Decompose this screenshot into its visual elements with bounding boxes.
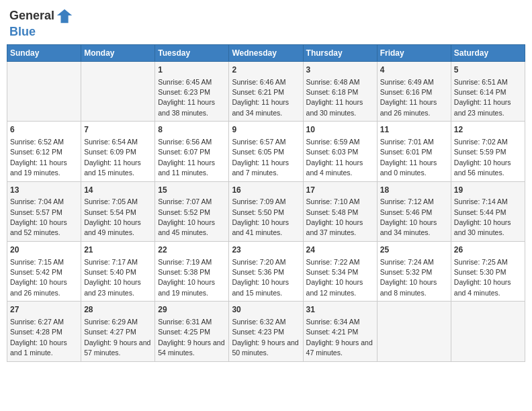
day-of-week-header: Friday	[377, 44, 451, 61]
logo-icon	[56, 7, 75, 26]
sunrise-text: Sunrise: 7:07 AM	[158, 197, 212, 205]
calendar-cell	[451, 302, 525, 361]
sunrise-text: Sunrise: 7:22 AM	[306, 258, 360, 266]
day-number: 20	[10, 244, 78, 256]
sunset-text: Sunset: 6:03 PM	[306, 148, 359, 156]
sunrise-text: Sunrise: 6:29 AM	[84, 318, 138, 326]
calendar-cell: 15Sunrise: 7:07 AMSunset: 5:52 PMDayligh…	[155, 181, 229, 241]
daylight-text: Daylight: 10 hours and 15 minutes.	[232, 278, 289, 296]
daylight-text: Daylight: 10 hours and 52 minutes.	[10, 218, 67, 236]
day-number: 24	[306, 244, 374, 256]
sunrise-text: Sunrise: 7:17 AM	[84, 258, 138, 266]
sunrise-text: Sunrise: 6:49 AM	[380, 78, 434, 86]
calendar-cell: 5Sunrise: 6:51 AMSunset: 6:14 PMDaylight…	[451, 61, 525, 121]
day-number: 29	[158, 304, 226, 316]
logo-text: General	[9, 9, 54, 23]
sunset-text: Sunset: 6:14 PM	[454, 88, 506, 96]
calendar-table: SundayMondayTuesdayWednesdayThursdayFrid…	[7, 44, 525, 362]
calendar-cell: 23Sunrise: 7:20 AMSunset: 5:36 PMDayligh…	[229, 241, 303, 301]
sunrise-text: Sunrise: 6:59 AM	[306, 138, 360, 146]
day-number: 28	[84, 304, 152, 316]
day-number: 19	[454, 185, 522, 196]
calendar-cell: 2Sunrise: 6:46 AMSunset: 6:21 PMDaylight…	[229, 61, 303, 121]
daylight-text: Daylight: 11 hours and 4 minutes.	[306, 158, 363, 177]
daylight-text: Daylight: 10 hours and 30 minutes.	[454, 218, 511, 236]
daylight-text: Daylight: 9 hours and 54 minutes.	[158, 338, 224, 357]
calendar-cell: 26Sunrise: 7:25 AMSunset: 5:30 PMDayligh…	[451, 241, 525, 301]
sunrise-text: Sunrise: 6:51 AM	[454, 78, 508, 86]
calendar-cell: 29Sunrise: 6:31 AMSunset: 4:25 PMDayligh…	[155, 302, 229, 361]
day-number: 22	[158, 244, 226, 256]
sunset-text: Sunset: 4:23 PM	[232, 328, 284, 336]
calendar-cell: 31Sunrise: 6:34 AMSunset: 4:21 PMDayligh…	[303, 302, 377, 361]
daylight-text: Daylight: 10 hours and 49 minutes.	[84, 218, 141, 236]
calendar-cell: 10Sunrise: 6:59 AMSunset: 6:03 PMDayligh…	[303, 122, 377, 181]
sunrise-text: Sunrise: 6:56 AM	[158, 138, 212, 146]
calendar-week-row: 20Sunrise: 7:15 AMSunset: 5:42 PMDayligh…	[7, 241, 525, 301]
sunset-text: Sunset: 4:21 PM	[306, 328, 359, 336]
sunrise-text: Sunrise: 6:34 AM	[306, 318, 360, 326]
sunset-text: Sunset: 5:40 PM	[84, 268, 136, 276]
calendar-cell: 27Sunrise: 6:27 AMSunset: 4:28 PMDayligh…	[7, 302, 81, 361]
sunrise-text: Sunrise: 7:15 AM	[10, 258, 64, 266]
sunset-text: Sunset: 5:38 PM	[158, 268, 210, 276]
day-number: 5	[454, 64, 522, 76]
calendar-cell: 1Sunrise: 6:45 AMSunset: 6:23 PMDaylight…	[155, 61, 229, 121]
day-number: 7	[84, 124, 152, 136]
calendar-cell: 13Sunrise: 7:04 AMSunset: 5:57 PMDayligh…	[7, 181, 81, 241]
sunrise-text: Sunrise: 7:01 AM	[380, 138, 434, 146]
calendar-week-row: 27Sunrise: 6:27 AMSunset: 4:28 PMDayligh…	[7, 302, 525, 361]
day-of-week-header: Monday	[81, 44, 155, 61]
sunrise-text: Sunrise: 6:31 AM	[158, 318, 212, 326]
calendar-cell: 9Sunrise: 6:57 AMSunset: 6:05 PMDaylight…	[229, 122, 303, 181]
day-number: 18	[380, 185, 448, 196]
day-number: 26	[454, 244, 522, 256]
daylight-text: Daylight: 10 hours and 41 minutes.	[232, 218, 289, 236]
daylight-text: Daylight: 10 hours and 12 minutes.	[306, 278, 363, 296]
day-number: 3	[306, 64, 374, 76]
logo: General Blue	[9, 7, 75, 39]
sunset-text: Sunset: 5:57 PM	[10, 208, 62, 216]
sunrise-text: Sunrise: 7:09 AM	[232, 197, 285, 205]
sunrise-text: Sunrise: 7:04 AM	[10, 197, 64, 205]
day-number: 17	[306, 185, 374, 196]
day-number: 30	[232, 304, 300, 316]
day-number: 2	[232, 64, 300, 76]
sunrise-text: Sunrise: 7:25 AM	[454, 258, 508, 266]
sunrise-text: Sunrise: 6:52 AM	[10, 138, 64, 146]
day-of-week-header: Tuesday	[155, 44, 229, 61]
calendar-cell: 8Sunrise: 6:56 AMSunset: 6:07 PMDaylight…	[155, 122, 229, 181]
day-number: 25	[380, 244, 448, 256]
day-number: 6	[10, 124, 78, 136]
page-header: General Blue	[7, 7, 525, 39]
sunset-text: Sunset: 4:25 PM	[158, 328, 210, 336]
calendar-cell	[7, 61, 81, 121]
sunset-text: Sunset: 6:23 PM	[158, 88, 210, 96]
day-number: 15	[158, 185, 226, 196]
calendar-cell: 17Sunrise: 7:10 AMSunset: 5:48 PMDayligh…	[303, 181, 377, 241]
daylight-text: Daylight: 10 hours and 8 minutes.	[380, 278, 437, 296]
sunset-text: Sunset: 5:50 PM	[232, 208, 284, 216]
calendar-cell: 21Sunrise: 7:17 AMSunset: 5:40 PMDayligh…	[81, 241, 155, 301]
calendar-cell: 6Sunrise: 6:52 AMSunset: 6:12 PMDaylight…	[7, 122, 81, 181]
sunset-text: Sunset: 4:28 PM	[10, 328, 62, 336]
daylight-text: Daylight: 10 hours and 19 minutes.	[158, 278, 215, 296]
calendar-cell: 3Sunrise: 6:48 AMSunset: 6:18 PMDaylight…	[303, 61, 377, 121]
sunrise-text: Sunrise: 7:02 AM	[454, 138, 508, 146]
svg-marker-0	[57, 9, 72, 24]
sunset-text: Sunset: 5:30 PM	[454, 268, 506, 276]
daylight-text: Daylight: 11 hours and 19 minutes.	[10, 158, 67, 177]
calendar-cell: 28Sunrise: 6:29 AMSunset: 4:27 PMDayligh…	[81, 302, 155, 361]
sunset-text: Sunset: 5:54 PM	[84, 208, 136, 216]
day-number: 27	[10, 304, 78, 316]
daylight-text: Daylight: 11 hours and 38 minutes.	[158, 98, 215, 116]
sunrise-text: Sunrise: 7:24 AM	[380, 258, 434, 266]
calendar-cell: 22Sunrise: 7:19 AMSunset: 5:38 PMDayligh…	[155, 241, 229, 301]
daylight-text: Daylight: 11 hours and 34 minutes.	[232, 98, 289, 116]
daylight-text: Daylight: 11 hours and 7 minutes.	[232, 158, 289, 177]
daylight-text: Daylight: 10 hours and 37 minutes.	[306, 218, 363, 236]
sunset-text: Sunset: 5:59 PM	[454, 148, 506, 156]
sunset-text: Sunset: 6:01 PM	[380, 148, 433, 156]
daylight-text: Daylight: 11 hours and 11 minutes.	[158, 158, 215, 177]
logo-text-blue: Blue	[9, 26, 75, 39]
